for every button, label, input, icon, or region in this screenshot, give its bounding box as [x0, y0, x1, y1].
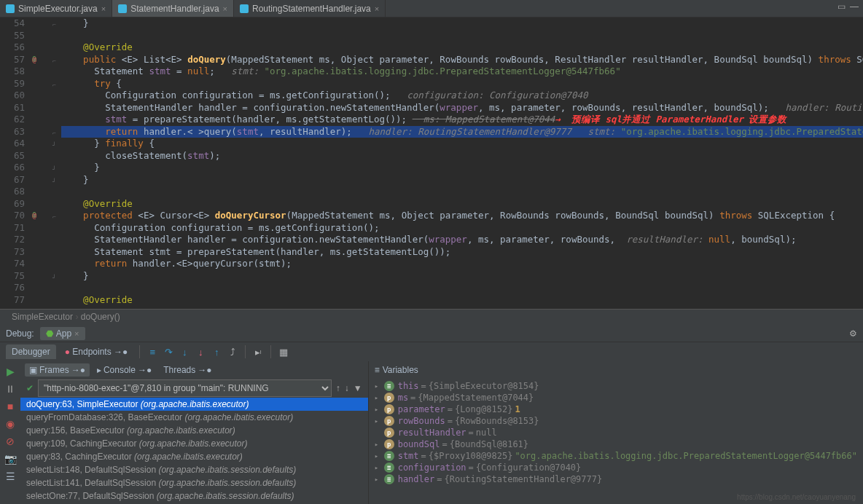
- variable-row[interactable]: ▸pparameter = {Long@8152} 1: [369, 403, 863, 415]
- stack-frame[interactable]: query:109, CachingExecutor (org.apache.i…: [20, 437, 368, 450]
- override-marks: O↑ @O↑ @: [31, 17, 52, 309]
- editor-tab[interactable]: RoutingStatementHandler.java×: [234, 0, 386, 17]
- close-icon[interactable]: ×: [375, 4, 379, 13]
- run-to-cursor-icon[interactable]: ▸I: [251, 345, 265, 358]
- file-icon: [240, 4, 249, 13]
- stack-frame[interactable]: selectOne:77, DefaultSqlSession (org.apa…: [20, 489, 368, 503]
- console-tab[interactable]: ▸ Console →●: [93, 363, 156, 377]
- variables-label: Variables: [383, 365, 418, 375]
- minimize-icon[interactable]: —: [850, 1, 859, 12]
- editor-tab[interactable]: SimpleExecutor.java×: [0, 0, 112, 17]
- step-over-icon[interactable]: ↷: [162, 345, 175, 358]
- fold-column[interactable]: ⌐⌐⌐⌐┘┘┘⌐┘: [52, 17, 61, 309]
- variable-row[interactable]: ▸≡configuration = {Configuration@7040}: [369, 462, 863, 473]
- variable-row[interactable]: ▸prowBounds = {RowBounds@8153}: [369, 415, 863, 427]
- watermark: https://blog.csdn.net/caoyuanyenang: [737, 493, 856, 501]
- force-step-into-icon[interactable]: ↓: [194, 345, 207, 358]
- drop-frame-icon[interactable]: ⤴: [226, 345, 239, 358]
- stop-icon[interactable]: ■: [7, 401, 13, 412]
- step-into-icon[interactable]: ↓: [178, 345, 191, 358]
- close-icon[interactable]: ×: [101, 4, 106, 13]
- step-out-icon[interactable]: ↑: [210, 345, 223, 358]
- check-icon: ✔: [26, 383, 34, 393]
- settings-icon[interactable]: ☰: [6, 470, 15, 482]
- gear-icon[interactable]: ⚙: [849, 328, 857, 339]
- stack-frame[interactable]: selectList:141, DefaultSqlSession (org.a…: [20, 476, 368, 489]
- stack-frame[interactable]: selectList:148, DefaultSqlSession (org.a…: [20, 463, 368, 476]
- show-exec-icon[interactable]: ≡: [146, 345, 159, 358]
- vars-icon: ≡: [375, 365, 380, 375]
- next-frame-icon[interactable]: ↓: [345, 383, 349, 393]
- layout-icon[interactable]: ▭: [837, 1, 846, 12]
- close-icon[interactable]: ×: [74, 329, 79, 338]
- variable-row[interactable]: presultHandler = null: [369, 427, 863, 438]
- frames-panel: ▣ Frames →● ▸ Console →● Threads →● ✔ "h…: [20, 361, 368, 504]
- breadcrumb[interactable]: SimpleExecutor › doQuery(): [0, 309, 863, 325]
- stack-frame[interactable]: query:156, BaseExecutor (org.apache.ibat…: [20, 424, 368, 437]
- endpoints-tab[interactable]: ● Endpoints →●: [59, 344, 134, 359]
- debugger-tab[interactable]: Debugger: [6, 344, 56, 359]
- variable-row[interactable]: ▸pboundSql = {BoundSql@8161}: [369, 438, 863, 450]
- debug-toolbar: Debugger ● Endpoints →● ≡ ↷ ↓ ↓ ↑ ⤴ ▸I ▦…: [0, 342, 863, 361]
- variables-panel: ≡ Variables ▸≡this = {SimpleExecutor@815…: [368, 361, 863, 504]
- editor-tab[interactable]: StatementHandler.java×: [112, 0, 234, 17]
- breadcrumb-method[interactable]: doQuery(): [81, 312, 120, 322]
- filter-icon[interactable]: ▼: [354, 383, 362, 393]
- frames-tab[interactable]: ▣ Frames →●: [25, 363, 90, 377]
- debug-panel: Debug: ⬣ App × ⚙ Debugger ● Endpoints →●…: [0, 325, 863, 504]
- threads-tab[interactable]: Threads →●: [159, 363, 216, 377]
- debug-side-icons: ▶ ⏸ ■ ◉ ⊘ 📷 ☰: [0, 361, 20, 504]
- line-gutter: 5455565758596061626364656667686970717273…: [0, 17, 31, 309]
- mute-breakpoints-icon[interactable]: ⊘: [6, 436, 15, 447]
- code-area[interactable]: } @Override public <E> List<E> doQuery(M…: [61, 17, 863, 309]
- evaluate-icon[interactable]: ▦: [277, 345, 290, 358]
- breadcrumb-class[interactable]: SimpleExecutor: [12, 312, 73, 322]
- prev-frame-icon[interactable]: ↑: [336, 383, 340, 393]
- pause-icon[interactable]: ⏸: [5, 383, 15, 395]
- thread-select[interactable]: "http-nio-8080-exec-1"@7,810 in group "m…: [38, 379, 332, 397]
- camera-icon[interactable]: 📷: [4, 453, 17, 465]
- stack-frame[interactable]: queryFromDatabase:326, BaseExecutor (org…: [20, 411, 368, 424]
- variable-row[interactable]: ▸≡this = {SimpleExecutor@8154}: [369, 380, 863, 392]
- editor-tabs: SimpleExecutor.java×StatementHandler.jav…: [0, 0, 863, 17]
- file-icon: [118, 4, 127, 13]
- file-icon: [6, 4, 15, 13]
- stack-frame[interactable]: query:83, CachingExecutor (org.apache.ib…: [20, 450, 368, 463]
- stack-frame[interactable]: doQuery:63, SimpleExecutor (org.apache.i…: [20, 398, 368, 411]
- variable-row[interactable]: ▸≡handler = {RoutingStatementHandler@977…: [369, 473, 863, 485]
- variables-tree: ▸≡this = {SimpleExecutor@8154}▸pms = {Ma…: [369, 379, 863, 487]
- debug-run-tab[interactable]: ⬣ App ×: [40, 327, 85, 340]
- bug-icon: ⬣: [46, 328, 53, 339]
- view-breakpoints-icon[interactable]: ◉: [6, 418, 15, 430]
- variable-row[interactable]: ▸≡stmt = {$Proxy108@9825} "org.apache.ib…: [369, 450, 863, 462]
- code-editor[interactable]: 5455565758596061626364656667686970717273…: [0, 17, 863, 309]
- call-stack: doQuery:63, SimpleExecutor (org.apache.i…: [20, 398, 368, 504]
- debug-header: Debug: ⬣ App × ⚙: [0, 325, 863, 342]
- debug-label: Debug:: [6, 328, 34, 339]
- resume-icon[interactable]: ▶: [7, 366, 15, 377]
- close-icon[interactable]: ×: [223, 4, 227, 13]
- variable-row[interactable]: ▸pms = {MappedStatement@7044}: [369, 392, 863, 403]
